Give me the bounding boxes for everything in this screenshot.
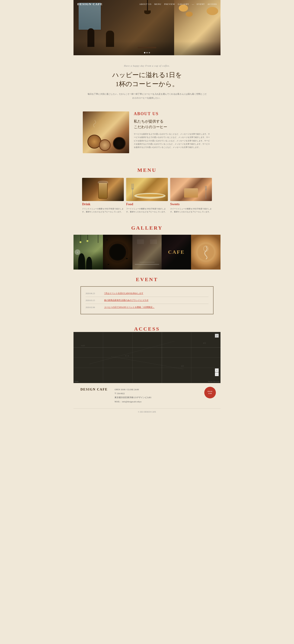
sweets-cake bbox=[184, 188, 198, 198]
map-road-h2 bbox=[73, 358, 221, 358]
nav-about[interactable]: ABOUT US bbox=[139, 3, 152, 5]
about-cup-black bbox=[113, 137, 126, 150]
bean-2 bbox=[126, 258, 128, 259]
nav-access[interactable]: ACCESS bbox=[208, 3, 217, 5]
footer-logo: DESIGN CAFE bbox=[80, 388, 108, 392]
food-content bbox=[137, 194, 164, 197]
nav-divider: — bbox=[192, 3, 194, 5]
map-text-1: 渋谷区 bbox=[81, 345, 85, 347]
hero-lamp-shade bbox=[144, 10, 151, 14]
map-road-v1 bbox=[103, 332, 103, 383]
menu-food-image bbox=[126, 178, 168, 201]
map-expand-button[interactable]: ⤢ bbox=[215, 334, 219, 338]
svg-rect-5 bbox=[131, 188, 134, 190]
map-road-v2 bbox=[132, 332, 133, 383]
page-top-label: PAGE TOP bbox=[208, 390, 213, 395]
nav-menu[interactable]: MENU bbox=[154, 3, 161, 5]
menu-drink-image bbox=[82, 178, 124, 201]
gallery-table-1 bbox=[135, 264, 160, 265]
event-link-2[interactable]: 春の新商品新発売 話題のあのブランドとコラボ bbox=[104, 299, 148, 302]
svg-rect-4 bbox=[133, 184, 134, 188]
main-nav: ABOUT US MENU PREVIEW GALLERY — EVENT AC… bbox=[139, 3, 217, 5]
site-logo: DESIGN CAFE bbox=[77, 2, 103, 6]
gallery-prev-button[interactable]: ‹ bbox=[75, 249, 80, 255]
gallery-person-sil-2 bbox=[86, 257, 92, 270]
intro-body: 毎日を丁寧に大切に過ごしたい。だからこそ一杯一杯丁寧にコーヒーを入れ足を運んでく… bbox=[87, 92, 207, 100]
about-section-title: ABOUT US bbox=[134, 112, 211, 116]
latte-art-svg bbox=[89, 118, 100, 130]
map-zoom-out[interactable]: − bbox=[215, 372, 219, 376]
nav-event[interactable]: EVENT bbox=[197, 3, 205, 5]
event-row-1: 2020.06.23 7月はイベント出店のため0/0お休みします bbox=[86, 290, 208, 297]
map-google-label: Google bbox=[74, 381, 79, 382]
about-heading: 私たちが提供する こだわりのコーヒー bbox=[134, 119, 211, 130]
menu-sweets-image bbox=[170, 178, 212, 201]
gallery-bulb-1 bbox=[79, 241, 81, 243]
about-content: ABOUT US 私たちが提供する こだわりのコーヒー サービスを提供する上での… bbox=[134, 112, 211, 149]
hero-dot-3[interactable] bbox=[149, 52, 150, 54]
intro-section: Have a happy day From a cup of coffee. ハ… bbox=[73, 55, 221, 107]
site-footer: DESIGN CAFE OPEN 18:00 / CLOSE 24:00 〒15… bbox=[73, 383, 221, 408]
gallery-table-2 bbox=[139, 262, 155, 262]
cafe-sign-text: CAFE bbox=[168, 249, 185, 255]
map-text-2: 代々木 bbox=[125, 355, 129, 357]
latte-art-gallery bbox=[196, 242, 216, 262]
menu-item-food: Food フードメニューの概要を100文字程度で紹介します。素材やこだわりなどを… bbox=[126, 178, 168, 214]
menu-sweets-desc: スイーツメニューの概要を100文字程度で紹介します。素材やこだわりなどをアピール… bbox=[170, 208, 212, 214]
fork-svg bbox=[131, 182, 134, 199]
map-text-3: 原宿 bbox=[181, 365, 184, 367]
map-background: 渋谷区 代々木 原宿 新宿 ⤢ + − Google Map data ©202… bbox=[73, 332, 221, 383]
gallery-section: GALLERY bbox=[73, 223, 221, 270]
event-link-3[interactable]: コーヒーの日で30%OFFイベントを開催「3日間限定」 bbox=[104, 306, 155, 309]
event-link-1[interactable]: 7月はイベント出店のため0/0お休みします bbox=[104, 292, 143, 295]
bean-1 bbox=[106, 239, 108, 240]
hero-dot-2[interactable] bbox=[146, 52, 148, 54]
map-road-diag-2 bbox=[111, 356, 183, 369]
event-row-3: 2020.02.06 コーヒーの日で30%OFFイベントを開催「3日間限定」 bbox=[86, 304, 208, 310]
footer-hours: OPEN 18:00 / CLOSE 24:00 bbox=[115, 388, 214, 392]
hero-dots bbox=[144, 52, 150, 54]
gallery-bulb-2 bbox=[86, 240, 88, 242]
svg-rect-10 bbox=[205, 190, 207, 190]
menu-section: MENU Drink ドリンクメニューの概要を100文字程度で紹介します。素材や… bbox=[73, 162, 221, 223]
event-section-title: EVENT bbox=[80, 276, 214, 282]
svg-rect-8 bbox=[206, 186, 206, 190]
gallery-item-5 bbox=[191, 235, 221, 270]
nav-gallery[interactable]: GALLERY bbox=[178, 3, 189, 5]
footer-info: OPEN 18:00 / CLOSE 24:00 〒156-0022 東京都渋谷… bbox=[115, 388, 214, 404]
gallery-item-3 bbox=[132, 235, 162, 270]
bean-3 bbox=[108, 264, 109, 265]
gallery-strip: CAFE ‹ bbox=[73, 235, 221, 270]
map-container: 渋谷区 代々木 原宿 新宿 ⤢ + − Google Map data ©202… bbox=[73, 332, 221, 383]
svg-rect-3 bbox=[132, 184, 133, 188]
footer-copyright: © 2021 DESIGN CAFE bbox=[73, 408, 221, 415]
footer-address: 東京都渋谷区東洋南123デザインビルB1 bbox=[115, 396, 214, 400]
menu-food-label: Food bbox=[126, 202, 168, 206]
intro-title: ハッピーに溢れる1日を 1杯のコーヒーから。 bbox=[87, 70, 207, 88]
page-top-button[interactable]: PAGE TOP bbox=[204, 387, 216, 398]
map-text-4: 新宿 bbox=[203, 342, 206, 344]
menu-sweets-label: Sweets bbox=[170, 202, 212, 206]
event-row-2: 2020.03.15 春の新商品新発売 話題のあのブランドとコラボ bbox=[86, 297, 208, 304]
menu-drink-desc: ドリンクメニューの概要を100文字程度で紹介します。素材やこだわりなどをアピール… bbox=[82, 208, 124, 214]
about-section: ABOUT US 私たちが提供する こだわりのコーヒー サービスを提供する上での… bbox=[73, 107, 221, 162]
menu-item-sweets: Sweets スイーツメニューの概要を100文字程度で紹介します。素材やこだわり… bbox=[170, 178, 212, 214]
event-section: EVENT 2020.06.23 7月はイベント出店のため0/0お休みします 2… bbox=[73, 270, 221, 321]
footer-postal: 〒156-0022 bbox=[115, 392, 214, 396]
map-attribution: Map data ©2021 Google bbox=[208, 381, 220, 382]
menu-item-drink: Drink ドリンクメニューの概要を100文字程度で紹介します。素材やこだわりな… bbox=[82, 178, 124, 214]
about-body: サービスを提供する上での思い心がけていることなど、メッセージを文章で紹介します。… bbox=[134, 132, 211, 149]
menu-section-title: MENU bbox=[80, 167, 214, 173]
svg-rect-6 bbox=[206, 190, 206, 199]
map-road-h3 bbox=[73, 368, 221, 368]
svg-rect-2 bbox=[131, 184, 132, 188]
hero-dot-1[interactable] bbox=[144, 52, 145, 54]
intro-subtitle: Have a happy day From a cup of coffee. bbox=[87, 64, 207, 67]
map-zoom-in[interactable]: + bbox=[215, 368, 219, 372]
map-road-v4 bbox=[191, 332, 191, 383]
about-cup-latte2 bbox=[99, 139, 111, 151]
nav-preview[interactable]: PREVIEW bbox=[164, 3, 175, 5]
map-road-h1 bbox=[73, 347, 221, 348]
gallery-item-4: CAFE bbox=[162, 235, 191, 270]
gallery-light-2 bbox=[87, 235, 88, 240]
